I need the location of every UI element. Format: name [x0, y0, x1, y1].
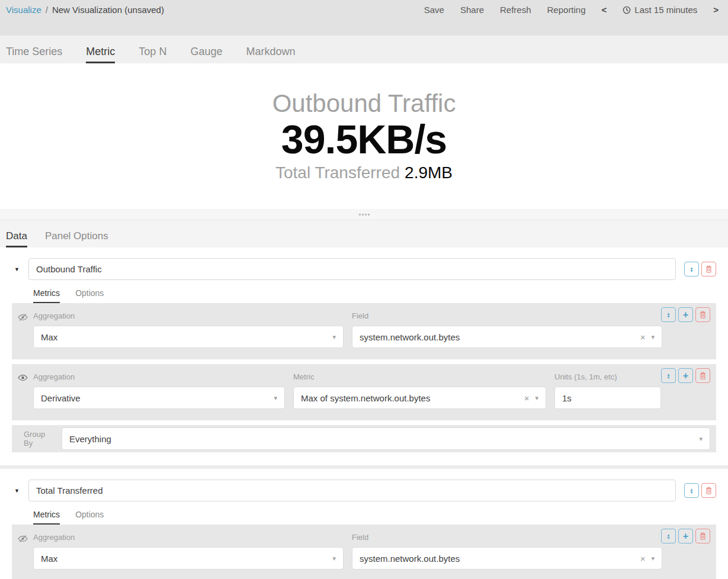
- chevron-down-icon: ▾: [535, 394, 538, 402]
- series-2-agg-row-1: Aggregation Max ▾ Field system.network.o…: [12, 525, 716, 579]
- series-2-delete-button[interactable]: [701, 483, 716, 498]
- series-1-collapse-caret-icon[interactable]: ▼: [12, 266, 28, 272]
- aggregation-select[interactable]: Max ▾: [33, 326, 344, 348]
- series-1-actions: ▲▼: [684, 262, 716, 276]
- refresh-button[interactable]: Refresh: [500, 5, 531, 15]
- agg-sort-button[interactable]: ▲▼: [661, 368, 676, 383]
- series-1-agg-row-1: Aggregation Max ▾ Field system.network.o…: [12, 303, 716, 359]
- metric-value: 39.5KB/s: [281, 117, 447, 162]
- series-2-subtabs: Metrics Options: [33, 510, 716, 525]
- series-2-collapse-caret-icon[interactable]: ▼: [12, 488, 28, 494]
- agg-add-button[interactable]: +: [678, 368, 693, 383]
- series-1-tab-options[interactable]: Options: [75, 288, 104, 303]
- series-2-tab-options[interactable]: Options: [75, 510, 104, 525]
- metric-preview-panel: Outbound Traffic 39.5KB/s Total Transfer…: [0, 63, 728, 209]
- plus-icon: +: [683, 532, 688, 541]
- series-1-delete-button[interactable]: [701, 262, 716, 276]
- breadcrumb-visualize-link[interactable]: Visualize: [6, 5, 41, 15]
- chevron-down-icon: ▾: [332, 555, 336, 562]
- metric-title: Outbound Traffic: [272, 90, 456, 117]
- series-1-tab-metrics[interactable]: Metrics: [33, 288, 60, 303]
- group-by-select[interactable]: Everything ▾: [62, 427, 710, 450]
- editor-tabbar: Data Panel Options: [0, 220, 728, 247]
- metric-secondary: Total Transferred2.9MB: [275, 163, 453, 182]
- series-2-name-input[interactable]: [28, 480, 676, 501]
- editor-body: ▼ ▲▼ Metrics Options Aggregation Max ▾: [0, 258, 728, 579]
- sort-arrows-icon: ▲▼: [666, 312, 670, 318]
- sort-arrows-icon: ▲▼: [666, 533, 670, 539]
- plus-icon: +: [683, 371, 688, 381]
- series-1-subtabs: Metrics Options: [33, 288, 716, 303]
- agg-sort-button[interactable]: ▲▼: [661, 529, 676, 543]
- visibility-toggle[interactable]: [18, 529, 33, 570]
- aggregation-select[interactable]: Max ▾: [33, 547, 344, 570]
- visibility-toggle[interactable]: [18, 369, 33, 409]
- tab-data[interactable]: Data: [6, 230, 27, 247]
- metric-combobox[interactable]: Max of system.network.out.bytes × ▾: [293, 387, 546, 409]
- tab-markdown[interactable]: Markdown: [246, 46, 295, 63]
- breadcrumb: Visualize / New Visualization (unsaved): [6, 5, 164, 15]
- time-picker[interactable]: Last 15 minutes: [623, 5, 697, 15]
- reporting-button[interactable]: Reporting: [547, 5, 586, 15]
- series-1-group-by-row: Group By Everything ▾: [12, 425, 716, 452]
- tab-gauge[interactable]: Gauge: [190, 46, 222, 63]
- series-1-agg-row-2: Aggregation Derivative ▾ Metric Max of s…: [12, 364, 716, 420]
- clock-icon: [623, 6, 631, 14]
- chevron-down-icon: ▾: [651, 555, 655, 562]
- field-label: Field: [352, 533, 662, 542]
- aggregation-label: Aggregation: [33, 311, 344, 320]
- clear-field-icon[interactable]: ×: [640, 554, 646, 564]
- eye-off-icon: [18, 313, 28, 321]
- series-1-sort-button[interactable]: ▲▼: [684, 262, 699, 276]
- breadcrumb-current: New Visualization (unsaved): [52, 5, 164, 15]
- sort-arrows-icon: ▲▼: [666, 373, 670, 379]
- save-button[interactable]: Save: [424, 5, 444, 15]
- agg-delete-button[interactable]: [695, 368, 710, 383]
- agg-sort-button[interactable]: ▲▼: [661, 307, 676, 322]
- series-1-name-input[interactable]: [28, 258, 676, 280]
- app-header: Visualize / New Visualization (unsaved) …: [0, 0, 728, 36]
- panel-resize-splitter[interactable]: [0, 209, 728, 220]
- series-2-tab-metrics[interactable]: Metrics: [33, 510, 60, 525]
- tab-top-n[interactable]: Top N: [139, 46, 166, 63]
- viz-type-tabbar: Time Series Metric Top N Gauge Markdown: [0, 36, 728, 63]
- chevron-down-icon: ▾: [332, 333, 336, 341]
- series-2-sort-button[interactable]: ▲▼: [684, 483, 699, 498]
- series-2-header: ▼ ▲▼: [12, 480, 716, 501]
- series-1-header: ▼ ▲▼: [12, 258, 716, 280]
- clear-metric-icon[interactable]: ×: [524, 393, 530, 403]
- chevron-down-icon: ▾: [651, 333, 655, 341]
- trash-icon: [705, 265, 712, 273]
- share-button[interactable]: Share: [460, 5, 484, 15]
- agg-delete-button[interactable]: [695, 529, 710, 543]
- trash-icon: [700, 532, 706, 540]
- eye-icon: [18, 374, 28, 381]
- agg-delete-button[interactable]: [695, 307, 710, 322]
- aggregation-select[interactable]: Derivative ▾: [33, 387, 285, 409]
- agg-add-button[interactable]: +: [678, 529, 693, 543]
- trash-icon: [705, 487, 712, 494]
- visibility-toggle[interactable]: [18, 308, 33, 348]
- tab-time-series[interactable]: Time Series: [6, 46, 62, 63]
- tab-panel-options[interactable]: Panel Options: [45, 230, 108, 247]
- metric-secondary-value: 2.9MB: [405, 163, 453, 182]
- series-divider: [0, 465, 728, 469]
- resize-grip-icon: [359, 214, 370, 215]
- breadcrumb-separator: /: [46, 5, 48, 15]
- time-picker-label: Last 15 minutes: [634, 5, 697, 15]
- plus-icon: +: [683, 310, 688, 320]
- units-input[interactable]: [554, 387, 661, 409]
- metric-label: Metric: [293, 372, 546, 381]
- field-combobox[interactable]: system.network.out.bytes × ▾: [352, 547, 662, 570]
- group-by-label: Group By: [18, 430, 56, 448]
- chevron-down-icon: ▾: [699, 435, 703, 443]
- clear-field-icon[interactable]: ×: [640, 332, 646, 342]
- time-back-button[interactable]: <: [602, 5, 607, 15]
- series-2-actions: ▲▼: [684, 483, 716, 498]
- field-combobox[interactable]: system.network.out.bytes × ▾: [352, 326, 662, 348]
- agg-add-button[interactable]: +: [678, 307, 693, 322]
- units-label: Units (1s, 1m, etc): [554, 372, 661, 381]
- tab-metric[interactable]: Metric: [86, 46, 115, 63]
- eye-off-icon: [18, 535, 28, 543]
- time-forward-button[interactable]: >: [713, 5, 719, 15]
